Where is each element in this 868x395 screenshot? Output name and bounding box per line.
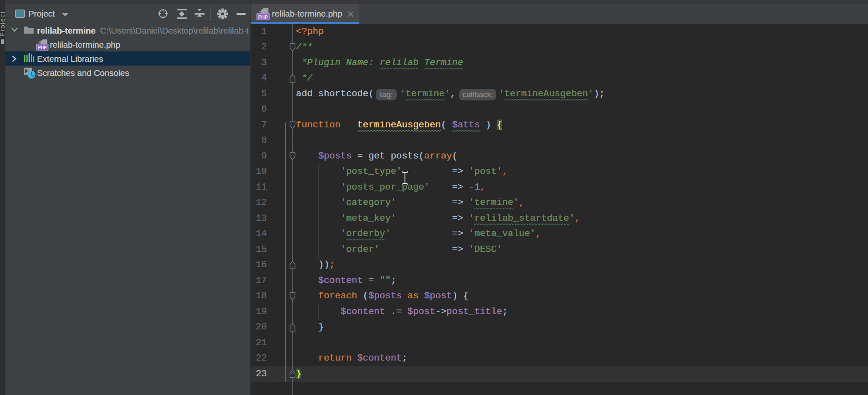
svg-text:PHP: PHP (258, 15, 268, 20)
svg-text:PHP: PHP (38, 45, 46, 50)
